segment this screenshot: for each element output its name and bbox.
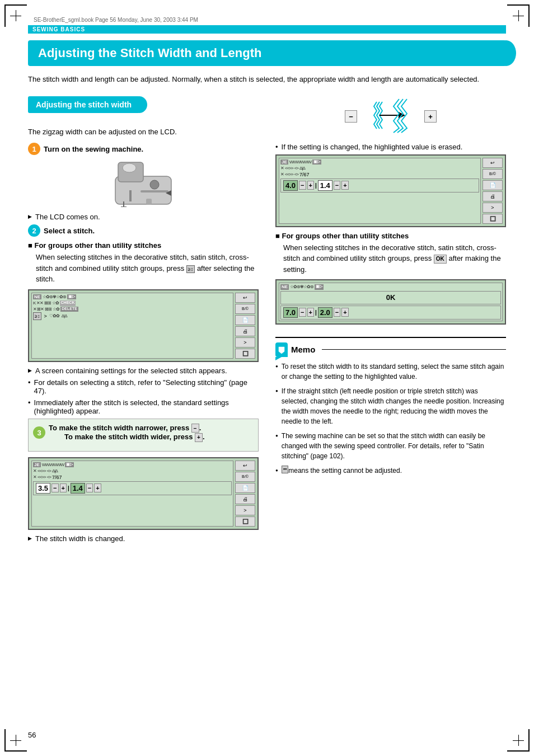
file-meta: SE-BrotherE_sgml.book Page 56 Monday, Ju… xyxy=(34,17,506,23)
memo-item-4: ▪▪ means the setting cannot be adjusted. xyxy=(275,466,506,476)
step1-header: 1 Turn on the sewing machine. xyxy=(28,143,259,155)
step3-circle: 3 xyxy=(33,426,45,439)
memo-box: Memo To reset the stitch width to its st… xyxy=(275,337,506,476)
minus-symbol: − xyxy=(345,110,357,123)
step2-circle: 2 xyxy=(28,224,40,237)
plus-symbol: + xyxy=(424,110,437,123)
crosshair-tl xyxy=(10,10,21,21)
step2-lcd: NE ☆✿⊛✾☆✿⊛ ▣▷ K ✕✕ ⊠⊞ ☆✿ CHECK ✕ ⊠✕ xyxy=(28,289,259,362)
svg-rect-3 xyxy=(140,190,168,192)
svg-point-5 xyxy=(123,163,136,172)
step2-header: 2 Select a stitch. xyxy=(28,224,259,237)
step2-groups-header: For groups other than utility stitches xyxy=(28,241,259,250)
machine-illustration xyxy=(113,159,174,207)
zigzag-svg xyxy=(368,96,413,135)
sub-desc: The zigzag width can be adjusted on the … xyxy=(28,126,259,138)
minus-btn: − xyxy=(191,424,199,433)
page: SE-BrotherE_sgml.book Page 56 Monday, Ju… xyxy=(0,0,534,756)
right-lcd-2: NE ☆✿⊛✾☆✿⊛ ▣▷ 0K 7.0 − + | 2.0 xyxy=(275,279,506,325)
ok-btn: OK xyxy=(434,255,447,264)
no-adjust-icon: ▪▪ xyxy=(282,466,288,473)
svg-point-2 xyxy=(150,180,159,189)
crosshair-tr xyxy=(513,10,524,21)
step2-result: A screen containing settings for the sel… xyxy=(28,367,259,375)
lcd-back-btn: ↩ xyxy=(235,293,255,303)
zigzag-illustration: − xyxy=(275,96,506,137)
page-number: 56 xyxy=(28,731,36,739)
right-column: − xyxy=(275,96,506,546)
left-column: Adjusting the stitch width The zigzag wi… xyxy=(28,96,259,546)
svg-rect-4 xyxy=(146,199,152,204)
step2-bullet2: Immediately after the stitch is selected… xyxy=(28,398,259,415)
step3-lcd: JE WWWWWW ▣▷ ✕ <<>> <> Δ|Δ ✕ <<>> xyxy=(28,457,259,530)
plus-btn: + xyxy=(195,433,203,442)
crosshair-br xyxy=(513,735,524,746)
step3-header: 3 To make the stitch width narrower, pre… xyxy=(33,424,254,442)
step3-label: To make the stitch width narrower, press… xyxy=(49,424,205,442)
step3-result: The stitch width is changed. xyxy=(28,534,259,543)
intro-text: The stitch width and length can be adjus… xyxy=(28,74,506,85)
two-column-layout: Adjusting the stitch width The zigzag wi… xyxy=(28,96,506,546)
memo-item-2: If the straight stitch (left needle posi… xyxy=(275,386,506,426)
sub-section-header: Adjusting the stitch width xyxy=(28,96,139,113)
right-groups-text: When selecting stitches in the decorativ… xyxy=(283,242,506,275)
memo-icon xyxy=(275,342,288,357)
memo-item-3: The sewing machine can be set so that th… xyxy=(275,431,506,461)
right-lcd-1: JE WWWWWW ▣▷ ✕ <<>> <> Δ|Δ ✕ <<>> xyxy=(275,154,506,227)
svg-rect-8 xyxy=(129,190,132,201)
setting-changed-note: If the setting is changed, the highlight… xyxy=(275,143,506,151)
main-title: Adjusting the Stitch Width and Length xyxy=(28,40,506,66)
right-groups-header: For groups other than utility stitches xyxy=(275,232,506,240)
section-bar: SEWING BASICS xyxy=(28,25,506,34)
step2-bullet1: For details on selecting a stitch, refer… xyxy=(28,378,259,395)
memo-item-1: To reset the stitch width to its standar… xyxy=(275,361,506,382)
step1-result: The LCD comes on. xyxy=(28,213,259,221)
crosshair-bl xyxy=(10,735,21,746)
stitch-icon: ≥↕ xyxy=(186,265,195,273)
step1-label: Turn on the sewing machine. xyxy=(44,145,143,153)
memo-title: Memo xyxy=(275,342,506,357)
step2-label: Select a stitch. xyxy=(44,227,95,235)
step1-circle: 1 xyxy=(28,143,40,155)
step2-groups-text: When selecting stitches in the decorativ… xyxy=(36,252,259,285)
